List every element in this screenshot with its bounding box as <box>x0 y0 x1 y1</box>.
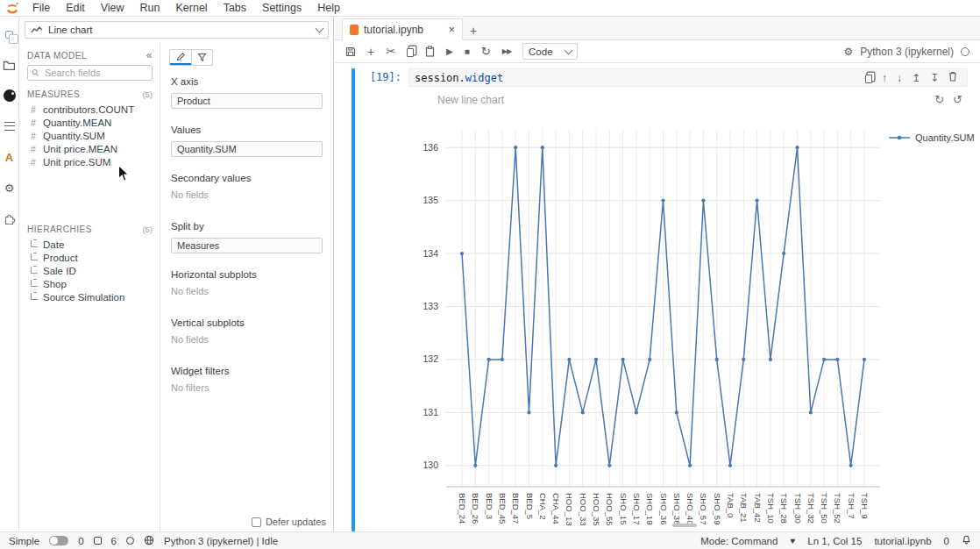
measure-item[interactable]: #contributors.COUNT <box>20 103 160 116</box>
hierarchy-item[interactable]: Source Simulation <box>20 290 160 303</box>
chart-point[interactable] <box>487 358 491 361</box>
line-chart-svg[interactable]: 130131132133134135136BED_24BED_26BED_3BE… <box>398 104 976 531</box>
extensions-puzzle-icon[interactable] <box>2 210 18 226</box>
kernels-count[interactable]: 6 <box>111 536 117 546</box>
terminals-count[interactable]: 0 <box>78 536 83 546</box>
field-chip[interactable]: Quantity.SUM <box>171 141 323 157</box>
hierarchy-item[interactable]: Date <box>20 238 160 251</box>
kernel-icon[interactable] <box>126 537 134 545</box>
chart-point[interactable] <box>795 146 799 149</box>
kernel-name[interactable]: Python 3 (ipykernel) <box>860 46 954 58</box>
chart-point[interactable] <box>822 358 826 361</box>
insert-cell-below-icon[interactable]: ↧ <box>930 72 939 84</box>
legend-label[interactable]: Quantity.SUM <box>915 132 975 143</box>
chart-point[interactable] <box>514 146 517 149</box>
chart-point[interactable] <box>782 252 785 255</box>
atoti-tools-icon[interactable]: A <box>2 149 18 165</box>
chart-point[interactable] <box>581 410 585 414</box>
search-fields-input[interactable] <box>43 67 148 79</box>
active-cell-indicator[interactable] <box>352 68 355 531</box>
menu-run[interactable]: Run <box>132 2 168 14</box>
chart-point[interactable] <box>849 464 853 467</box>
chart-point[interactable] <box>661 199 664 203</box>
insert-cell-above-icon[interactable]: ↥ <box>912 72 920 84</box>
notification-count[interactable]: 0 <box>944 536 949 546</box>
cut-cells-button[interactable]: ✂ <box>386 45 395 58</box>
save-button[interactable] <box>345 46 356 57</box>
chart-point[interactable] <box>688 464 692 467</box>
chart-point[interactable] <box>756 199 759 203</box>
cell-type-select[interactable]: Code <box>522 43 578 60</box>
bell-icon[interactable] <box>962 535 971 547</box>
measure-item[interactable]: #Unit price.SUM <box>20 155 160 168</box>
file-browser-icon[interactable] <box>2 57 18 73</box>
notebook-settings-gear-icon[interactable]: ⚙ <box>844 46 854 57</box>
menu-kernel[interactable]: Kernel <box>168 2 216 14</box>
menu-edit[interactable]: Edit <box>58 2 93 14</box>
menu-settings[interactable]: Settings <box>254 2 309 14</box>
chart-point[interactable] <box>648 358 651 361</box>
chart-point[interactable] <box>863 358 866 361</box>
close-tab-icon[interactable]: × <box>448 24 455 35</box>
chart-point[interactable] <box>554 464 557 467</box>
chart-point[interactable] <box>742 358 745 361</box>
chart-point[interactable] <box>607 464 611 467</box>
chart-point[interactable] <box>809 410 813 414</box>
simple-mode-toggle[interactable] <box>49 536 68 545</box>
chart-point[interactable] <box>635 410 638 414</box>
delete-cell-icon[interactable] <box>948 71 957 84</box>
menu-view[interactable]: View <box>93 2 132 14</box>
atoti-logo-icon[interactable] <box>2 88 18 103</box>
cursor-position[interactable]: Ln 1, Col 15 <box>807 536 862 546</box>
tab-tutorial-ipynb[interactable]: tutorial.ipynb × <box>342 18 463 40</box>
search-fields-box[interactable] <box>27 65 153 81</box>
chart-point[interactable] <box>501 358 504 361</box>
measure-item[interactable]: #Quantity.MEAN <box>20 116 160 129</box>
duplicate-cell-icon[interactable] <box>865 75 872 83</box>
run-cell-button[interactable]: ▶ <box>446 46 453 56</box>
chart-point[interactable] <box>473 464 477 467</box>
new-tab-button[interactable]: + <box>470 25 477 37</box>
hierarchy-item[interactable]: Product <box>20 251 160 264</box>
widget-palette-icon[interactable] <box>2 26 18 42</box>
chart-point[interactable] <box>715 358 719 361</box>
chart-point[interactable] <box>541 146 544 149</box>
kernel-status-text[interactable]: Python 3 (ipykernel) | Idle <box>164 536 278 546</box>
chart-point[interactable] <box>701 199 705 203</box>
chart-point[interactable] <box>675 410 678 414</box>
menu-tabs[interactable]: Tabs <box>216 2 254 14</box>
paste-cells-button[interactable] <box>425 46 435 57</box>
restart-kernel-button[interactable]: ↻ <box>481 45 491 58</box>
field-chip[interactable]: Measures <box>171 238 323 253</box>
defer-updates-checkbox[interactable] <box>252 517 261 527</box>
menu-file[interactable]: File <box>25 2 58 14</box>
chart-point[interactable] <box>594 358 598 361</box>
measure-item[interactable]: #Unit price.MEAN <box>20 142 160 155</box>
widget-type-select[interactable]: Line chart <box>25 21 329 39</box>
chart-point[interactable] <box>728 464 732 467</box>
measure-item[interactable]: #Quantity.SUM <box>20 129 160 142</box>
move-cell-up-icon[interactable]: ↑ <box>882 72 887 84</box>
stop-kernel-button[interactable]: ■ <box>465 46 470 56</box>
insert-cell-button[interactable]: + <box>367 45 374 59</box>
chart-point[interactable] <box>460 252 464 255</box>
tab-filters-funnel[interactable] <box>191 50 212 65</box>
hierarchy-item[interactable]: Shop <box>20 277 160 290</box>
line-chart-widget[interactable]: 130131132133134135136BED_24BED_26BED_3BE… <box>398 104 976 531</box>
field-chip[interactable]: Product <box>171 93 323 109</box>
chart-point[interactable] <box>769 358 772 361</box>
running-sessions-icon[interactable] <box>2 118 18 134</box>
restart-run-all-button[interactable]: ▶▶ <box>502 47 511 55</box>
chart-point[interactable] <box>567 358 571 361</box>
tab-fields-pencil[interactable] <box>170 50 191 65</box>
chart-point[interactable] <box>527 410 530 414</box>
language-globe-icon[interactable] <box>144 535 154 547</box>
menu-help[interactable]: Help <box>309 2 348 14</box>
copy-cells-button[interactable] <box>407 46 414 57</box>
output-scrollbar-thumb[interactable] <box>672 524 697 527</box>
chart-point[interactable] <box>835 358 839 361</box>
hierarchy-item[interactable]: Sale ID <box>20 264 160 277</box>
settings-gear-icon[interactable]: ⚙ <box>2 180 18 196</box>
terminal-icon[interactable] <box>94 537 102 545</box>
move-cell-down-icon[interactable]: ↓ <box>897 72 902 84</box>
